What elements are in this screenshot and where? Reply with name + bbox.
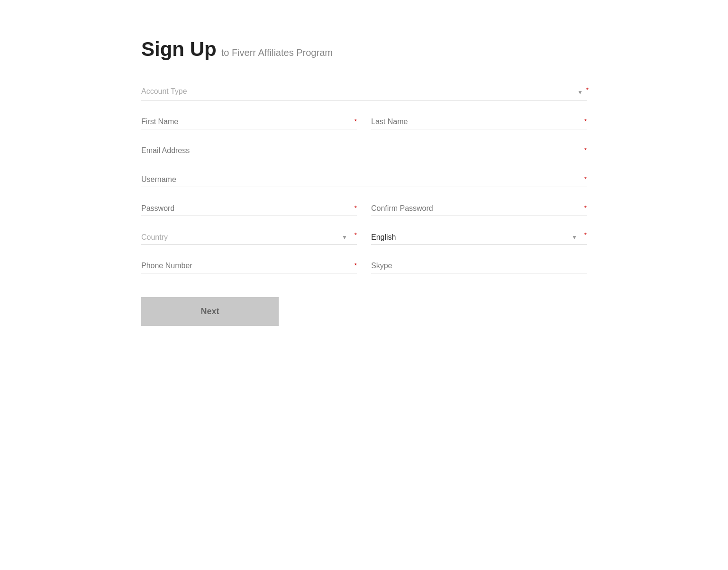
phone-wrapper: * — [141, 259, 357, 273]
country-select-wrapper: Country United States United Kingdom Can… — [141, 230, 357, 244]
phone-input[interactable] — [141, 259, 357, 273]
first-name-required-star: * — [355, 118, 357, 125]
confirm-password-wrapper: * — [371, 201, 587, 216]
language-field: English Spanish French German ▼ * — [371, 230, 587, 244]
name-row: * * — [141, 115, 587, 129]
last-name-field: * — [371, 115, 587, 129]
phone-field: * — [141, 259, 357, 273]
language-select[interactable]: English Spanish French German — [371, 230, 587, 244]
username-required-star: * — [584, 175, 587, 183]
account-type-select-wrapper: Account Type Individual Company ▼ * — [141, 84, 587, 100]
email-input[interactable] — [141, 144, 587, 158]
country-select[interactable]: Country United States United Kingdom Can… — [141, 230, 357, 244]
confirm-password-input[interactable] — [371, 201, 587, 216]
next-button-row: Next — [141, 288, 587, 326]
account-type-section: Account Type Individual Company ▼ * — [141, 84, 587, 100]
email-required-star: * — [584, 146, 587, 154]
password-wrapper: * — [141, 201, 357, 216]
email-wrapper: * — [141, 144, 587, 158]
language-select-wrapper: English Spanish French German ▼ * — [371, 230, 587, 244]
username-wrapper: * — [141, 172, 587, 187]
confirm-password-required-star: * — [584, 204, 587, 212]
username-row: * — [141, 172, 587, 187]
password-field: * — [141, 201, 357, 216]
phone-required-star: * — [355, 262, 357, 269]
confirm-password-field: * — [371, 201, 587, 216]
username-input[interactable] — [141, 172, 587, 187]
skype-wrapper — [371, 259, 587, 273]
next-button[interactable]: Next — [141, 297, 279, 326]
signup-form-container: Sign Up to Fiverr Affiliates Program Acc… — [132, 19, 596, 345]
password-required-star: * — [355, 204, 357, 212]
skype-input[interactable] — [371, 259, 587, 273]
first-name-input[interactable] — [141, 115, 357, 129]
skype-field — [371, 259, 587, 273]
last-name-required-star: * — [584, 118, 587, 125]
title-bold: Sign Up — [141, 38, 217, 61]
phone-skype-row: * — [141, 259, 587, 273]
country-language-row: Country United States United Kingdom Can… — [141, 230, 587, 244]
username-field: * — [141, 172, 587, 187]
title-sub: to Fiverr Affiliates Program — [221, 47, 333, 58]
account-type-select[interactable]: Account Type Individual Company — [141, 84, 587, 98]
first-name-wrapper: * — [141, 115, 357, 129]
last-name-input[interactable] — [371, 115, 587, 129]
page-title: Sign Up to Fiverr Affiliates Program — [141, 38, 587, 61]
email-field: * — [141, 144, 587, 158]
password-row: * * — [141, 201, 587, 216]
first-name-field: * — [141, 115, 357, 129]
email-row: * — [141, 144, 587, 158]
password-input[interactable] — [141, 201, 357, 216]
last-name-wrapper: * — [371, 115, 587, 129]
country-field: Country United States United Kingdom Can… — [141, 230, 357, 244]
